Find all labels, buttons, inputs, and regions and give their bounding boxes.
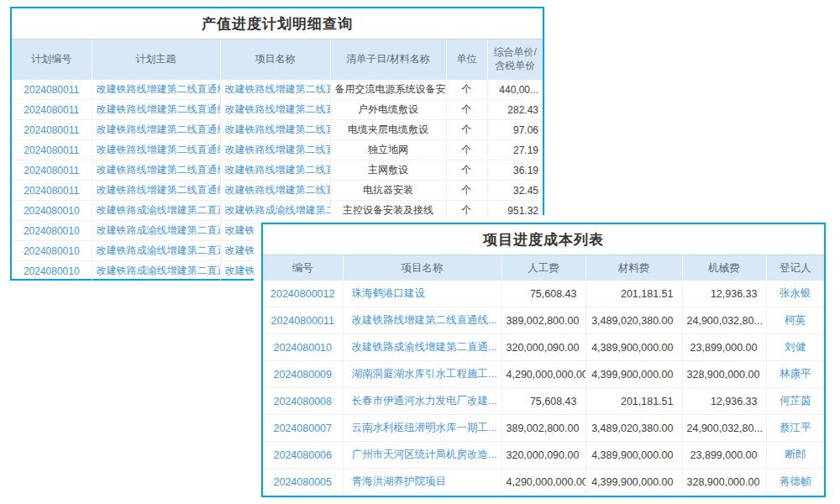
machine-cost-cell: 12,936.33 bbox=[682, 281, 766, 307]
labor-cost-cell: 75,608.43 bbox=[501, 388, 585, 415]
panel-title-plan-detail: 产值进度计划明细查询 bbox=[12, 8, 543, 39]
plan-topic-cell[interactable]: 改建铁路成渝线增建第二直通线 bbox=[92, 221, 220, 241]
cost-no-cell[interactable]: 2024080007 bbox=[263, 415, 343, 442]
col-header-cost-project-name: 项目名称 bbox=[343, 255, 501, 281]
material-cost-cell: 3,489,020,380.00 bbox=[585, 307, 682, 334]
machine-cost-cell: 24,900,032,80... bbox=[682, 415, 766, 442]
plan-no-cell[interactable]: 2024080011 bbox=[12, 160, 92, 181]
registrant-cell[interactable]: 蒋德帧 bbox=[766, 469, 824, 496]
cost-no-cell[interactable]: 20240800011 bbox=[263, 307, 343, 334]
material-cost-cell: 4,399,900,000.00 bbox=[585, 469, 682, 496]
panel-title-cost-list: 项目进度成本列表 bbox=[263, 224, 824, 255]
plan-topic-cell[interactable]: 改建铁路成渝线增建第二直通线 bbox=[92, 201, 220, 221]
registrant-cell[interactable]: 何芷茵 bbox=[766, 388, 824, 415]
unit-price-cell: 27.19 bbox=[487, 140, 543, 160]
table-row: 2024080011改建铁路线增建第二线直通线改建铁路线增建第二线直通线独立地网… bbox=[12, 140, 543, 160]
machine-cost-cell: 328,900,000.00 bbox=[682, 361, 766, 388]
col-header-unit: 单位 bbox=[446, 39, 487, 81]
unit-cell: 个 bbox=[446, 201, 487, 221]
project-name-cell[interactable]: 长春市伊通河水力发电厂改建... bbox=[343, 388, 501, 415]
plan-topic-cell[interactable]: 改建铁路成渝线增建第二直通线 bbox=[92, 261, 220, 281]
plan-no-cell[interactable]: 2024080011 bbox=[12, 100, 92, 120]
col-header-registrant: 登记人 bbox=[766, 255, 824, 281]
material-cost-cell: 201,181.51 bbox=[585, 281, 682, 307]
project-name-cell[interactable]: 青海洪湖养护院项目 bbox=[343, 469, 501, 496]
project-name-cell[interactable]: 改建铁路线增建第二线直通线... bbox=[343, 307, 501, 334]
cost-no-cell[interactable]: 2024080010 bbox=[263, 334, 343, 361]
cost-no-cell[interactable]: 20240800012 bbox=[263, 281, 343, 307]
project-name-cell[interactable]: 云南水利枢纽潜明水库一期工... bbox=[343, 415, 501, 442]
table-row: 2024080011改建铁路线增建第二线直通线改建铁路线增建第二线直通线电抗器安… bbox=[12, 181, 543, 201]
table-row: 2024080011改建铁路线增建第二线直通线改建铁路线增建第二线直通线主网敷设… bbox=[12, 160, 543, 181]
plan-topic-cell[interactable]: 改建铁路成渝线增建第二直通线 bbox=[92, 241, 220, 261]
table-row: 2024080011改建铁路线增建第二线直通线改建铁路线增建第二线直通线备用交流… bbox=[12, 80, 543, 100]
table-row: 2024080011改建铁路线增建第二线直通线改建铁路线增建第二线直通线电缆夹层… bbox=[12, 120, 543, 140]
project-name-cell[interactable]: 改建铁路线增建第二线直通线 bbox=[220, 100, 330, 120]
registrant-cell[interactable]: 断郎 bbox=[766, 442, 824, 469]
plan-detail-header-row: 计划编号 计划主题 项目名称 清单子目/材料名称 单位 综合单价/含税单价 bbox=[12, 39, 543, 81]
project-name-cell[interactable]: 改建铁路线增建第二线直通线 bbox=[220, 160, 330, 181]
project-name-cell[interactable]: 改建铁路成渝线增建第二直通线 bbox=[220, 201, 330, 221]
machine-cost-cell: 328,900,000.00 bbox=[682, 469, 766, 496]
table-row: 2024080011改建铁路线增建第二线直通线改建铁路线增建第二线直通线户外电缆… bbox=[12, 100, 543, 120]
labor-cost-cell: 4,290,000,000.00 bbox=[501, 469, 585, 496]
col-header-item-name: 清单子目/材料名称 bbox=[330, 39, 446, 81]
project-name-cell[interactable]: 珠海鹤港口建设 bbox=[343, 281, 501, 307]
machine-cost-cell: 23,899,000.00 bbox=[682, 334, 766, 361]
plan-no-cell[interactable]: 2024080011 bbox=[12, 140, 92, 160]
col-header-material-cost: 材料费 bbox=[585, 255, 682, 281]
project-name-cell[interactable]: 改建铁路线增建第二线直通线 bbox=[220, 181, 330, 201]
plan-no-cell[interactable]: 2024080011 bbox=[12, 120, 92, 140]
plan-no-cell[interactable]: 2024080011 bbox=[12, 181, 92, 201]
plan-no-cell[interactable]: 2024080010 bbox=[12, 261, 92, 281]
material-cost-cell: 3,489,020,380.00 bbox=[585, 415, 682, 442]
project-name-cell[interactable]: 湖南洞庭湖水库引水工程施工... bbox=[343, 361, 501, 388]
plan-topic-cell[interactable]: 改建铁路线增建第二线直通线 bbox=[92, 120, 220, 140]
table-row: 2024080008长春市伊通河水力发电厂改建...75,608.43201,1… bbox=[263, 388, 824, 415]
plan-no-cell[interactable]: 2024080011 bbox=[12, 80, 92, 100]
item-name-cell: 主控设备安装及接线 bbox=[330, 201, 446, 221]
registrant-cell[interactable]: 张永银 bbox=[766, 281, 824, 307]
plan-topic-cell[interactable]: 改建铁路线增建第二线直通线 bbox=[92, 181, 220, 201]
table-row: 2024080005青海洪湖养护院项目4,290,000,000.004,399… bbox=[263, 469, 824, 496]
material-cost-cell: 4,389,900,000.00 bbox=[585, 334, 682, 361]
machine-cost-cell: 12,936.33 bbox=[682, 388, 766, 415]
project-name-cell[interactable]: 改建铁路线增建第二线直通线 bbox=[220, 120, 330, 140]
plan-no-cell[interactable]: 2024080010 bbox=[12, 241, 92, 261]
table-row: 20240800011改建铁路线增建第二线直通线...389,002,800.0… bbox=[263, 307, 824, 334]
material-cost-cell: 4,399,900,000.00 bbox=[585, 361, 682, 388]
project-name-cell[interactable]: 改建铁路成渝线增建第二直通... bbox=[343, 334, 501, 361]
machine-cost-cell: 24,900,032,80... bbox=[682, 307, 766, 334]
cost-no-cell[interactable]: 2024080006 bbox=[263, 442, 343, 469]
plan-no-cell[interactable]: 2024080010 bbox=[12, 201, 92, 221]
project-name-cell[interactable]: 广州市天河区统计局机房改造... bbox=[343, 442, 501, 469]
unit-cell: 个 bbox=[446, 120, 487, 140]
plan-topic-cell[interactable]: 改建铁路线增建第二线直通线 bbox=[92, 100, 220, 120]
item-name-cell: 备用交流电源系统设备安装 bbox=[330, 80, 446, 100]
cost-no-cell[interactable]: 2024080008 bbox=[263, 388, 343, 415]
plan-topic-cell[interactable]: 改建铁路线增建第二线直通线 bbox=[92, 140, 220, 160]
project-name-cell[interactable]: 改建铁路线增建第二线直通线 bbox=[220, 140, 330, 160]
registrant-cell[interactable]: 刘健 bbox=[766, 334, 824, 361]
col-header-labor-cost: 人工费 bbox=[501, 255, 585, 281]
table-row: 2024080010改建铁路成渝线增建第二直通线改建铁路成渝线增建第二直通线主控… bbox=[12, 201, 543, 221]
item-name-cell: 户外电缆敷设 bbox=[330, 100, 446, 120]
registrant-cell[interactable]: 蔡江平 bbox=[766, 415, 824, 442]
col-header-cost-no: 编号 bbox=[263, 255, 343, 281]
unit-price-cell: 32.45 bbox=[487, 181, 543, 201]
unit-cell: 个 bbox=[446, 181, 487, 201]
table-row: 2024080006广州市天河区统计局机房改造...320,000,090.00… bbox=[263, 442, 824, 469]
project-name-cell[interactable]: 改建铁路线增建第二线直通线 bbox=[220, 80, 330, 100]
plan-topic-cell[interactable]: 改建铁路线增建第二线直通线 bbox=[92, 80, 220, 100]
cost-no-cell[interactable]: 2024080005 bbox=[263, 469, 343, 496]
table-row: 2024080010改建铁路成渝线增建第二直通...320,000,090.00… bbox=[263, 334, 824, 361]
registrant-cell[interactable]: 林康平 bbox=[766, 361, 824, 388]
labor-cost-cell: 389,002,800.00 bbox=[501, 307, 585, 334]
table-row: 2024080009湖南洞庭湖水库引水工程施工...4,290,000,000.… bbox=[263, 361, 824, 388]
unit-price-cell: 440,00... bbox=[487, 80, 543, 100]
registrant-cell[interactable]: 柯英 bbox=[766, 307, 824, 334]
plan-no-cell[interactable]: 2024080010 bbox=[12, 221, 92, 241]
plan-topic-cell[interactable]: 改建铁路线增建第二线直通线 bbox=[92, 160, 220, 181]
labor-cost-cell: 4,290,000,000.00 bbox=[501, 361, 585, 388]
cost-no-cell[interactable]: 2024080009 bbox=[263, 361, 343, 388]
